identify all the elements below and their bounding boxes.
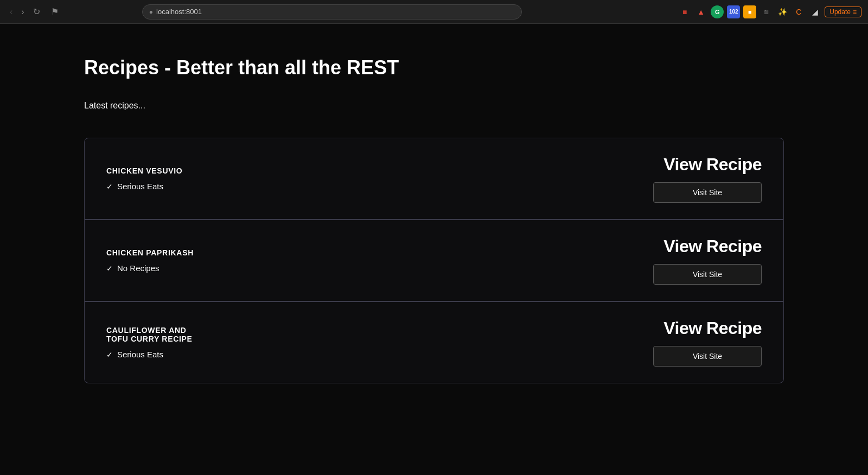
recipe-list: CHICKEN VESUVIO ✓ Serious Eats View Reci…	[84, 138, 784, 383]
extension-icon-2[interactable]: ■	[743, 5, 756, 18]
page-subtitle: Latest recipes...	[84, 101, 784, 111]
brave-rewards-icon[interactable]: ▲	[694, 5, 707, 18]
update-menu-icon: ≡	[853, 8, 857, 16]
extensions-button[interactable]: ◢	[808, 5, 821, 18]
recipe-card: CHICKEN VESUVIO ✓ Serious Eats View Reci…	[84, 138, 784, 220]
recipe-actions: View Recipe Visit Site	[653, 318, 762, 367]
page-content: Recipes - Better than all the REST Lates…	[0, 24, 868, 416]
grammarly-icon[interactable]: G	[711, 5, 724, 18]
recipe-card: CAULIFLOWER AND TOFU CURRY RECIPE ✓ Seri…	[84, 301, 784, 383]
view-recipe-button[interactable]: View Recipe	[663, 155, 762, 175]
page-title: Recipes - Better than all the REST	[84, 56, 784, 79]
security-icon: ●	[149, 8, 153, 16]
recipe-name: CAULIFLOWER AND TOFU CURRY RECIPE	[106, 326, 193, 343]
view-recipe-button[interactable]: View Recipe	[663, 318, 762, 338]
extension-icon-4[interactable]: ✨	[776, 5, 789, 18]
recipe-info: CAULIFLOWER AND TOFU CURRY RECIPE ✓ Seri…	[106, 326, 193, 359]
browser-actions: ■ ▲ G 102 ■ ◾ ✨ C ◢ Update ≡	[678, 5, 861, 18]
source-name: No Recipes	[117, 264, 159, 273]
checkmark-icon: ✓	[106, 264, 113, 273]
extension-icon-3[interactable]: ◾	[760, 5, 773, 18]
checkmark-icon: ✓	[106, 350, 113, 359]
browser-chrome: ‹ › ↻ ⚑ ● localhost:8001 ■ ▲ G 102 ■ ◾ ✨…	[0, 0, 868, 24]
view-recipe-button[interactable]: View Recipe	[663, 236, 762, 256]
nav-buttons: ‹ › ↻	[7, 4, 43, 19]
recipe-card: CHICKEN PAPRIKASH ✓ No Recipes View Reci…	[84, 220, 784, 301]
recipe-actions: View Recipe Visit Site	[653, 155, 762, 203]
recipe-source: ✓ Serious Eats	[106, 350, 193, 359]
recipe-source: ✓ Serious Eats	[106, 182, 182, 191]
url-display: localhost:8001	[156, 8, 202, 16]
checkmark-icon: ✓	[106, 182, 113, 191]
forward-button[interactable]: ›	[18, 5, 27, 19]
bookmark-button[interactable]: ⚑	[48, 4, 62, 19]
recipe-name: CHICKEN VESUVIO	[106, 166, 182, 175]
recipe-info: CHICKEN PAPRIKASH ✓ No Recipes	[106, 248, 194, 273]
recipe-actions: View Recipe Visit Site	[653, 236, 762, 285]
source-name: Serious Eats	[117, 182, 163, 191]
update-label: Update	[829, 8, 851, 16]
recipe-info: CHICKEN VESUVIO ✓ Serious Eats	[106, 166, 182, 191]
recipe-source: ✓ No Recipes	[106, 264, 194, 273]
reload-button[interactable]: ↻	[30, 4, 43, 19]
update-button[interactable]: Update ≡	[825, 7, 861, 17]
extension-icon-1[interactable]: 102	[727, 5, 740, 18]
source-name: Serious Eats	[117, 350, 163, 359]
recipe-name: CHICKEN PAPRIKASH	[106, 248, 194, 257]
extension-icon-5[interactable]: C	[792, 5, 805, 18]
visit-site-button[interactable]: Visit Site	[653, 346, 762, 367]
brave-shield-icon[interactable]: ■	[678, 5, 691, 18]
visit-site-button[interactable]: Visit Site	[653, 182, 762, 203]
back-button[interactable]: ‹	[7, 5, 16, 19]
address-bar[interactable]: ● localhost:8001	[142, 4, 522, 20]
visit-site-button[interactable]: Visit Site	[653, 264, 762, 285]
